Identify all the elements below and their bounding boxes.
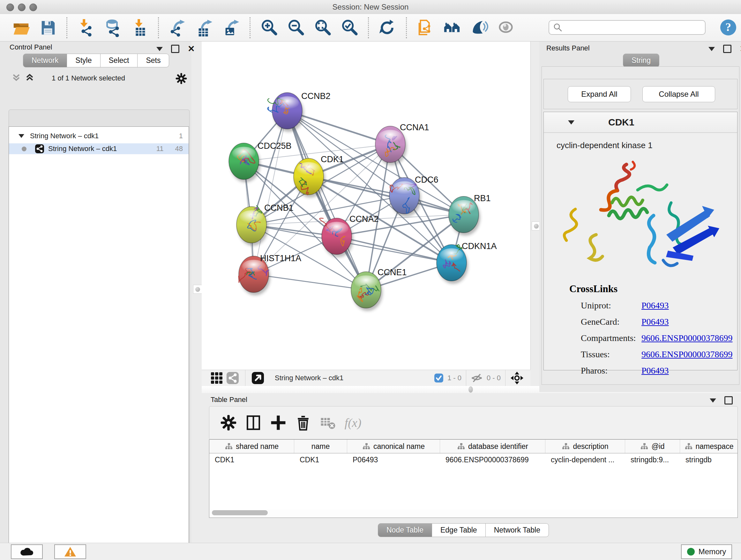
grid-view-icon[interactable] — [209, 368, 225, 388]
column-header-shared-name[interactable]: shared name — [209, 440, 294, 453]
node-cdc6[interactable]: CDC6 — [389, 175, 439, 217]
node-ccna1[interactable]: CCNA1 — [375, 123, 429, 165]
search-input[interactable] — [562, 23, 701, 32]
hide-panels-icon[interactable] — [470, 18, 488, 38]
table-cell[interactable]: stringdb — [680, 455, 738, 464]
tree-expand-icon[interactable] — [18, 134, 24, 138]
crosslink-link[interactable]: 9606.ENSP00000378699 — [642, 333, 732, 343]
zoom-out-icon[interactable] — [286, 18, 305, 38]
trash-icon[interactable] — [293, 413, 313, 433]
columns-icon[interactable] — [243, 413, 264, 433]
control-tab-sets[interactable]: Sets — [138, 54, 169, 67]
import-table-file-icon[interactable] — [130, 18, 149, 38]
node-table[interactable]: shared namenamecanonical namedatabase id… — [209, 439, 738, 518]
tab-edge-table[interactable]: Edge Table — [432, 523, 486, 537]
import-network-file-icon[interactable] — [77, 18, 95, 38]
table-cell[interactable]: CDK1 — [209, 455, 294, 464]
collapse-table-panel-icon[interactable] — [710, 398, 716, 402]
gear-icon[interactable] — [218, 413, 239, 433]
crosslink-label: Uniprot: — [581, 300, 642, 311]
add-icon[interactable] — [268, 413, 288, 433]
crosslink-link[interactable]: P06493 — [642, 300, 669, 311]
column-header-name[interactable]: name — [294, 440, 347, 453]
control-tab-style[interactable]: Style — [67, 54, 100, 67]
crosslink-link[interactable]: P06493 — [642, 366, 669, 376]
show-panel-icon[interactable] — [496, 18, 515, 38]
refresh-view-icon[interactable] — [378, 18, 397, 38]
float-table-panel-icon[interactable] — [724, 396, 733, 405]
zoom-selected-icon[interactable] — [340, 18, 359, 38]
node-cdc25b[interactable]: CDC25B — [229, 141, 292, 182]
close-panel-icon[interactable]: ✕ — [188, 46, 195, 52]
tab-network-table[interactable]: Network Table — [486, 523, 549, 537]
node-ccne1[interactable]: CCNE1 — [351, 267, 407, 311]
column-header--id[interactable]: @id — [625, 440, 680, 453]
collapse-results-icon[interactable] — [709, 47, 715, 51]
crosslink-link[interactable]: P06493 — [642, 317, 669, 327]
node-hist1h1a[interactable]: HIST1H1A — [239, 253, 301, 295]
share-view-icon[interactable] — [225, 368, 241, 388]
network-options-gear-icon[interactable] — [175, 72, 188, 86]
node-ccnb2[interactable]: CCNB2 — [267, 91, 330, 132]
table-cell[interactable]: 9606.ENSP00000378699 — [440, 455, 545, 464]
home-panel-icon[interactable] — [443, 18, 461, 38]
delete-table-icon[interactable] — [318, 413, 338, 433]
float-results-icon[interactable] — [723, 45, 731, 53]
import-network-database-icon[interactable] — [104, 18, 122, 38]
close-results-icon[interactable]: ✕ — [740, 46, 741, 52]
gene-collapse-icon[interactable] — [568, 120, 575, 125]
memory-button[interactable]: Memory — [681, 544, 732, 559]
clone-network-icon[interactable] — [416, 18, 434, 38]
collapse-all-button[interactable]: Collapse All — [643, 86, 715, 102]
control-tab-network[interactable]: Network — [23, 54, 67, 67]
node-rb1[interactable]: RB1 — [449, 193, 491, 236]
column-header-description[interactable]: description — [545, 440, 625, 453]
table-horizontal-scrollbar[interactable] — [211, 509, 736, 516]
birdseye-view-icon[interactable] — [510, 371, 524, 385]
node-label-cdc25b: CDC25B — [258, 141, 292, 151]
table-cell[interactable]: CDK1 — [294, 455, 347, 464]
crosslink-link[interactable]: 9606.ENSP00000378699 — [642, 349, 732, 360]
open-in-new-window-icon[interactable] — [250, 368, 266, 388]
table-cell[interactable]: cyclin-dependent ... — [545, 455, 625, 464]
network-row-selected[interactable]: String Network – cdk1 11 48 — [9, 143, 189, 154]
selected-checkbox-icon[interactable] — [434, 373, 444, 383]
tab-node-table[interactable]: Node Table — [378, 523, 432, 537]
open-session-icon[interactable] — [12, 18, 30, 38]
function-builder-icon[interactable]: f(x) — [343, 413, 363, 433]
column-header-database-identifier[interactable]: database identifier — [440, 440, 545, 453]
help-button[interactable]: ? — [720, 19, 737, 37]
horizontal-splitter-handle[interactable] — [468, 386, 473, 393]
export-image-icon[interactable] — [222, 18, 240, 38]
expand-all-button[interactable]: Expand All — [568, 86, 631, 102]
edge-count: 48 — [175, 145, 183, 153]
float-panel-icon[interactable] — [171, 45, 179, 53]
node-ccnb1[interactable]: CCNB1 — [237, 203, 293, 246]
column-header-namespace[interactable]: namespace — [680, 440, 738, 453]
results-tab-string[interactable]: String — [623, 54, 659, 67]
warning-status-button[interactable] — [54, 544, 86, 559]
zoom-fit-icon[interactable] — [313, 18, 332, 38]
column-header-canonical-name[interactable]: canonical name — [347, 440, 440, 453]
table-row[interactable]: CDK1CDK1P064939606.ENSP00000378699cyclin… — [209, 453, 738, 466]
network-collection-row[interactable]: String Network – cdk1 1 — [9, 127, 189, 141]
left-splitter-handle[interactable] — [193, 285, 202, 294]
scrollbar-thumb[interactable] — [212, 510, 268, 515]
node-cdkn1a[interactable]: CDKN1A — [436, 241, 497, 284]
export-table-icon[interactable] — [195, 18, 213, 38]
network-view-canvas[interactable]: CCNB2CCNA1CDC25BCDK1CDC6RB1CCNB1CCNA2CDK… — [202, 42, 531, 370]
control-tab-select[interactable]: Select — [100, 54, 138, 67]
node-ccna2[interactable]: CCNA2 — [320, 214, 379, 257]
table-cell[interactable]: P06493 — [347, 455, 440, 464]
edge-hist1h1a-ccne1[interactable] — [254, 274, 366, 290]
edge-ccna2-cdkn1a[interactable] — [337, 236, 452, 263]
zoom-in-icon[interactable] — [260, 18, 278, 38]
memory-ok-dot-icon — [687, 548, 695, 556]
gene-card-header[interactable]: CDK1 — [544, 112, 737, 133]
collapse-panel-icon[interactable] — [156, 47, 163, 51]
save-session-icon[interactable] — [39, 18, 57, 38]
export-network-icon[interactable] — [168, 18, 187, 38]
table-cell[interactable]: stringdb:9... — [625, 455, 680, 464]
cloud-status-button[interactable] — [11, 544, 43, 559]
search-field[interactable] — [549, 20, 705, 35]
